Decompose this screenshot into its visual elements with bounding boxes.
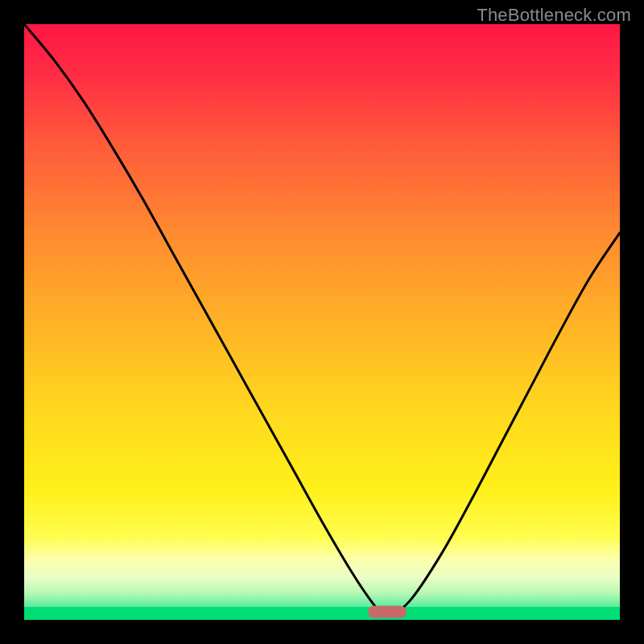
watermark-label: TheBottleneck.com xyxy=(477,5,631,26)
background-gradient xyxy=(24,24,620,620)
plot-area xyxy=(24,24,620,620)
optimal-marker xyxy=(368,606,407,618)
chart-frame: TheBottleneck.com xyxy=(0,0,644,644)
green-baseline-band xyxy=(24,607,620,620)
